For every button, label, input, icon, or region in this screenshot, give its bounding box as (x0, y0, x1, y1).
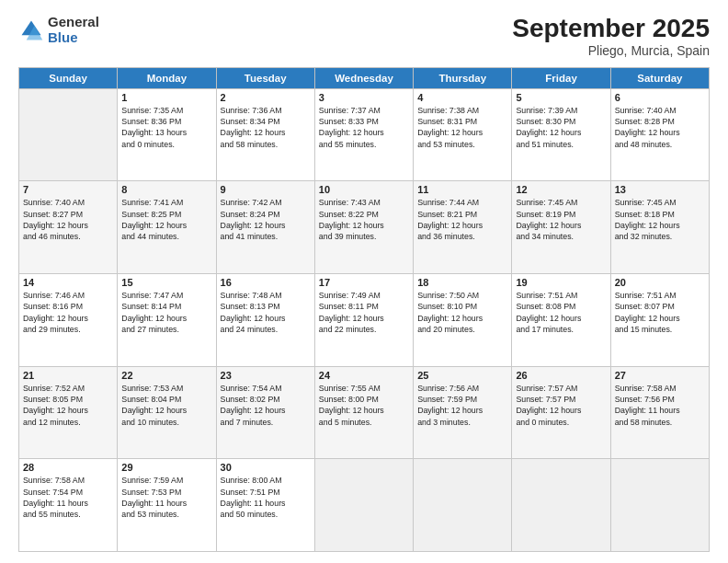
cell-info-line: Sunrise: 7:49 AM (319, 290, 409, 301)
cell-info-line: Sunset: 8:33 PM (319, 116, 409, 127)
cell-info-line: and 36 minutes. (417, 231, 507, 242)
cell-info-line: Sunrise: 7:45 AM (615, 197, 705, 208)
cell-info-line: Daylight: 12 hours (319, 405, 409, 416)
cell-info-line: Daylight: 12 hours (221, 405, 311, 416)
calendar-cell: 2Sunrise: 7:36 AMSunset: 8:34 PMDaylight… (216, 88, 314, 181)
cell-info-line: Sunset: 8:24 PM (221, 209, 311, 220)
cell-info-line: Daylight: 12 hours (417, 127, 507, 138)
day-number: 7 (23, 184, 113, 195)
calendar-cell: 30Sunrise: 8:00 AMSunset: 7:51 PMDayligh… (216, 459, 314, 552)
cell-info-line: Sunset: 7:59 PM (417, 394, 507, 405)
calendar-cell: 15Sunrise: 7:47 AMSunset: 8:14 PMDayligh… (118, 274, 216, 367)
cell-info-line: and 10 minutes. (121, 417, 211, 428)
day-number: 21 (23, 370, 113, 381)
calendar-row: 28Sunrise: 7:58 AMSunset: 7:54 PMDayligh… (19, 459, 710, 552)
cell-info-line: Sunset: 8:13 PM (221, 301, 311, 312)
cell-info-line: Daylight: 11 hours (615, 405, 705, 416)
cell-info-line: Daylight: 12 hours (417, 220, 507, 231)
col-wednesday: Wednesday (314, 67, 413, 88)
cell-info-line: Daylight: 12 hours (121, 220, 211, 231)
cell-info-line: Sunrise: 7:41 AM (121, 197, 211, 208)
header-row: Sunday Monday Tuesday Wednesday Thursday… (19, 67, 710, 88)
day-number: 26 (516, 370, 606, 381)
calendar-header: Sunday Monday Tuesday Wednesday Thursday… (19, 67, 710, 88)
cell-info-line: and 0 minutes. (121, 139, 211, 150)
calendar-cell: 22Sunrise: 7:53 AMSunset: 8:04 PMDayligh… (118, 366, 216, 459)
cell-info-line: Daylight: 11 hours (221, 498, 311, 509)
cell-info-line: and 39 minutes. (319, 231, 409, 242)
cell-info-line: Sunrise: 7:40 AM (23, 197, 113, 208)
calendar-body: 1Sunrise: 7:35 AMSunset: 8:36 PMDaylight… (19, 88, 710, 551)
cell-info-line: Sunrise: 7:58 AM (615, 383, 705, 394)
cell-info-line: Sunrise: 7:48 AM (221, 290, 311, 301)
cell-info-line: and 58 minutes. (221, 139, 311, 150)
calendar-cell: 4Sunrise: 7:38 AMSunset: 8:31 PMDaylight… (414, 88, 512, 181)
cell-info-line: Sunrise: 7:58 AM (23, 475, 113, 486)
cell-info-line: and 22 minutes. (319, 324, 409, 335)
location-subtitle: Pliego, Murcia, Spain (512, 43, 710, 58)
cell-info-line: Sunrise: 7:50 AM (417, 290, 507, 301)
cell-info-line: Daylight: 12 hours (23, 405, 113, 416)
cell-info-line: Sunset: 8:30 PM (516, 116, 606, 127)
cell-info-line: Daylight: 12 hours (615, 220, 705, 231)
cell-info-line: and 41 minutes. (221, 231, 311, 242)
day-number: 20 (615, 277, 705, 288)
day-number: 16 (221, 277, 311, 288)
logo-icon (18, 17, 44, 43)
calendar-cell: 11Sunrise: 7:44 AMSunset: 8:21 PMDayligh… (414, 181, 512, 274)
cell-info-line: and 58 minutes. (615, 417, 705, 428)
cell-info-line: Sunset: 8:08 PM (516, 301, 606, 312)
calendar-cell: 3Sunrise: 7:37 AMSunset: 8:33 PMDaylight… (314, 88, 413, 181)
day-number: 23 (221, 370, 311, 381)
calendar-cell: 10Sunrise: 7:43 AMSunset: 8:22 PMDayligh… (314, 181, 413, 274)
cell-info-line: Sunset: 8:19 PM (516, 209, 606, 220)
cell-info-line: and 5 minutes. (319, 417, 409, 428)
cell-info-line: Sunset: 8:16 PM (23, 301, 113, 312)
cell-info-line: Daylight: 12 hours (516, 405, 606, 416)
cell-info-line: and 44 minutes. (121, 231, 211, 242)
day-number: 9 (221, 184, 311, 195)
cell-info-line: and 0 minutes. (516, 417, 606, 428)
cell-info-line: Sunset: 8:11 PM (319, 301, 409, 312)
day-number: 5 (516, 92, 606, 103)
day-number: 3 (319, 92, 409, 103)
cell-info-line: Sunset: 8:31 PM (417, 116, 507, 127)
cell-info-line: Sunset: 7:53 PM (121, 487, 211, 498)
day-number: 29 (121, 462, 211, 473)
logo-text: General Blue (48, 15, 99, 45)
calendar-table: Sunday Monday Tuesday Wednesday Thursday… (18, 67, 710, 552)
cell-info-line: Sunrise: 7:51 AM (516, 290, 606, 301)
calendar-cell: 28Sunrise: 7:58 AMSunset: 7:54 PMDayligh… (19, 459, 118, 552)
cell-info-line: Sunset: 7:57 PM (516, 394, 606, 405)
cell-info-line: Daylight: 12 hours (417, 405, 507, 416)
col-friday: Friday (512, 67, 610, 88)
cell-info-line: Sunrise: 7:46 AM (23, 290, 113, 301)
calendar-cell (414, 459, 512, 552)
day-number: 19 (516, 277, 606, 288)
cell-info-line: and 15 minutes. (615, 324, 705, 335)
cell-info-line: Sunrise: 7:56 AM (417, 383, 507, 394)
cell-info-line: Sunset: 8:27 PM (23, 209, 113, 220)
calendar-cell: 16Sunrise: 7:48 AMSunset: 8:13 PMDayligh… (216, 274, 314, 367)
header: General Blue September 2025 Pliego, Murc… (18, 15, 710, 58)
cell-info-line: Sunrise: 7:51 AM (615, 290, 705, 301)
day-number: 8 (121, 184, 211, 195)
cell-info-line: Sunset: 7:51 PM (221, 487, 311, 498)
calendar-cell (512, 459, 610, 552)
cell-info-line: and 34 minutes. (516, 231, 606, 242)
logo-general: General (48, 15, 99, 30)
cell-info-line: Sunrise: 7:37 AM (319, 105, 409, 116)
day-number: 6 (615, 92, 705, 103)
calendar-cell: 26Sunrise: 7:57 AMSunset: 7:57 PMDayligh… (512, 366, 610, 459)
cell-info-line: Daylight: 12 hours (319, 127, 409, 138)
cell-info-line: Sunrise: 7:53 AM (121, 383, 211, 394)
cell-info-line: and 55 minutes. (319, 139, 409, 150)
calendar-cell: 13Sunrise: 7:45 AMSunset: 8:18 PMDayligh… (610, 181, 709, 274)
cell-info-line: and 17 minutes. (516, 324, 606, 335)
cell-info-line: Daylight: 12 hours (417, 313, 507, 324)
cell-info-line: Daylight: 12 hours (23, 220, 113, 231)
cell-info-line: Sunrise: 7:54 AM (221, 383, 311, 394)
cell-info-line: Sunset: 8:21 PM (417, 209, 507, 220)
col-monday: Monday (118, 67, 216, 88)
cell-info-line: and 3 minutes. (417, 417, 507, 428)
